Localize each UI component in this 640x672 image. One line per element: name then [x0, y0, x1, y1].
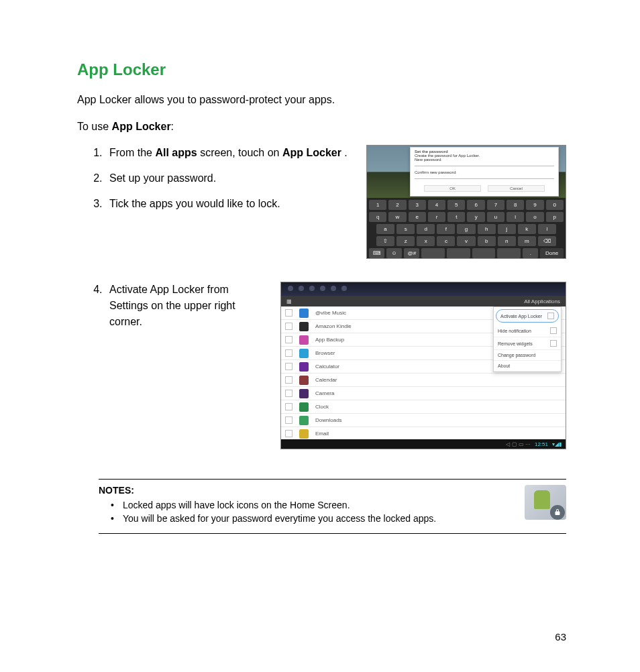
menu-label: Remove widgets	[498, 341, 533, 346]
checkbox-icon[interactable]	[285, 403, 292, 410]
key-Done[interactable]: Done	[540, 248, 564, 258]
checkbox-icon[interactable]	[285, 336, 292, 343]
app-icon	[299, 335, 309, 345]
key-3[interactable]: 3	[409, 200, 426, 210]
menu-item[interactable]: Change password	[494, 350, 561, 361]
app-name: Amazon Kindle	[315, 323, 352, 329]
page-title: App Locker	[77, 60, 566, 79]
checkbox-icon[interactable]	[285, 349, 292, 357]
key-o[interactable]: o	[526, 212, 543, 222]
key-e[interactable]: e	[409, 212, 426, 222]
new-password-label: New password:	[415, 158, 554, 162]
key-⌨[interactable]: ⌨	[369, 248, 384, 258]
key-w[interactable]: w	[388, 212, 406, 222]
key-0[interactable]: 0	[546, 200, 564, 210]
key-c[interactable]: c	[437, 236, 455, 246]
checkbox-icon[interactable]	[285, 376, 292, 384]
checkbox-icon[interactable]	[285, 323, 292, 330]
menu-label: Hide notification	[498, 329, 531, 333]
app-name: Clock	[315, 404, 329, 410]
key-r[interactable]: r	[428, 212, 445, 222]
menu-label: Activate App Locker	[500, 314, 542, 319]
key-⌫[interactable]: ⌫	[538, 236, 556, 246]
key-5[interactable]: 5	[447, 200, 465, 210]
key-u[interactable]: u	[487, 212, 504, 222]
key-z[interactable]: z	[396, 236, 415, 246]
app-row[interactable]: Clock	[281, 400, 566, 414]
key-9[interactable]: 9	[526, 200, 543, 210]
app-list-header: ▦ All Applications	[281, 296, 566, 306]
step-4: Activate App Locker from Settings on the…	[105, 282, 265, 330]
app-icon	[299, 376, 309, 385]
key-@#[interactable]: @#	[404, 248, 419, 258]
ok-button[interactable]: OK	[424, 185, 481, 192]
checkbox-icon[interactable]	[285, 390, 292, 397]
app-name: App Backup	[315, 337, 344, 343]
key-　[interactable]	[447, 248, 470, 258]
app-name: @vibe Music	[315, 310, 346, 316]
key-2[interactable]: 2	[388, 200, 406, 210]
key-v[interactable]: v	[457, 236, 475, 246]
app-row[interactable]: Calendar	[281, 374, 566, 387]
notes-list: Locked apps will have lock icons on the …	[99, 500, 513, 524]
key-　[interactable]	[472, 248, 496, 258]
app-name: Camera	[315, 390, 334, 396]
key-.[interactable]: .	[523, 248, 538, 258]
checkbox-icon[interactable]	[285, 309, 292, 317]
key-7[interactable]: 7	[487, 200, 504, 210]
key-i[interactable]: i	[506, 212, 524, 222]
app-row[interactable]: Camera	[281, 387, 566, 400]
app-name: Calendar	[315, 377, 337, 383]
key-n[interactable]: n	[498, 236, 516, 246]
key-t[interactable]: t	[447, 212, 465, 222]
key-p[interactable]: p	[546, 212, 564, 222]
key-a[interactable]: a	[376, 224, 394, 234]
key-y[interactable]: y	[467, 212, 484, 222]
cancel-button[interactable]: Cancel	[488, 185, 545, 192]
step-1: From the All apps screen, touch on App L…	[105, 145, 354, 161]
menu-item[interactable]: Activate App Locker	[496, 309, 559, 323]
key-4[interactable]: 4	[428, 200, 445, 210]
on-screen-keyboard[interactable]: 1234567890qwertyuiopasdfghjkl⇧zxcvbnm⌫⌨☺…	[367, 198, 566, 258]
menu-item[interactable]: Remove widgets	[494, 337, 561, 350]
key-h[interactable]: h	[478, 224, 496, 234]
note-item: Locked apps will have lock icons on the …	[111, 500, 513, 510]
key-b[interactable]: b	[478, 236, 496, 246]
checkbox-icon[interactable]	[550, 327, 557, 334]
key-8[interactable]: 8	[506, 200, 524, 210]
key-s[interactable]: s	[396, 224, 415, 234]
figure-app-list: ▦ All Applications @vibe MusicAmazon Kin…	[280, 282, 566, 449]
key-　[interactable]	[497, 248, 521, 258]
app-icon	[299, 362, 309, 372]
checkbox-icon[interactable]	[285, 416, 292, 424]
key-d[interactable]: d	[417, 224, 435, 234]
app-row[interactable]: Email	[281, 427, 566, 441]
status-icons: ▾◢▮	[552, 441, 562, 447]
key-1[interactable]: 1	[369, 200, 386, 210]
key-x[interactable]: x	[417, 236, 435, 246]
checkbox-icon[interactable]	[550, 340, 557, 347]
key-g[interactable]: g	[457, 224, 475, 234]
step1-part: screen, touch on	[197, 147, 282, 158]
key-☺[interactable]: ☺	[386, 248, 402, 258]
key-6[interactable]: 6	[467, 200, 484, 210]
key-q[interactable]: q	[369, 212, 386, 222]
checkbox-icon[interactable]	[547, 313, 554, 319]
key-f[interactable]: f	[437, 224, 455, 234]
app-row[interactable]: Downloads	[281, 414, 566, 427]
app-name: Browser	[315, 350, 335, 356]
key-j[interactable]: j	[498, 224, 516, 234]
menu-item[interactable]: Hide notification	[494, 325, 561, 337]
app-icon	[299, 402, 309, 412]
checkbox-icon[interactable]	[285, 430, 292, 437]
app-icon	[299, 349, 309, 358]
menu-item[interactable]: About	[494, 361, 561, 372]
key-⇧[interactable]: ⇧	[376, 236, 394, 246]
key-l[interactable]: l	[538, 224, 556, 234]
leadin: To use App Locker:	[77, 121, 566, 133]
key-k[interactable]: k	[518, 224, 536, 234]
key-m[interactable]: m	[518, 236, 536, 246]
key-　[interactable]	[421, 248, 445, 258]
checkbox-icon[interactable]	[285, 363, 292, 370]
nav-icons: ◁ ▢ ▭ ⋯	[506, 441, 531, 447]
